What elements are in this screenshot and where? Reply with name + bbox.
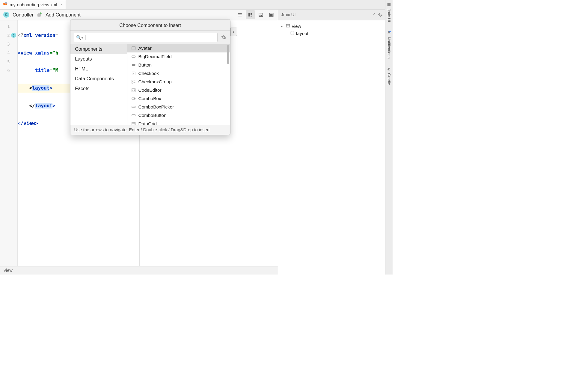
tab-bar: <> my-onboarding-view.xml × ⋮ bbox=[0, 0, 393, 10]
component-item[interactable]: Button bbox=[127, 61, 230, 69]
component-search-input[interactable]: 🔍▾ bbox=[74, 33, 218, 42]
code-token: xmlns bbox=[35, 50, 49, 56]
code-token: </ bbox=[18, 120, 23, 126]
code-editor-icon bbox=[131, 88, 136, 92]
category-item[interactable]: Layouts bbox=[70, 54, 127, 64]
category-item[interactable]: Components bbox=[70, 44, 127, 54]
close-icon[interactable]: × bbox=[61, 3, 63, 7]
window-icon bbox=[286, 24, 290, 29]
gutter-line: 3 bbox=[0, 40, 17, 48]
gradle-icon bbox=[387, 67, 391, 71]
gutter-line: 6 bbox=[0, 66, 17, 75]
code-token: view bbox=[21, 50, 35, 56]
view-mode-image-icon[interactable] bbox=[256, 10, 265, 19]
component-item[interactable]: Checkbox bbox=[127, 69, 230, 78]
rail-jmix-ui[interactable]: Jmix UI bbox=[387, 1, 391, 23]
tree-node-label: view bbox=[292, 24, 301, 29]
xml-file-icon: <> bbox=[3, 2, 7, 7]
gutter-line: 2C bbox=[0, 31, 17, 40]
gutter-line: 4 bbox=[0, 49, 17, 57]
file-tab[interactable]: <> my-onboarding-view.xml × bbox=[0, 0, 66, 10]
code-token: layout bbox=[32, 85, 49, 91]
code-token: > bbox=[52, 103, 55, 108]
svg-rect-10 bbox=[251, 16, 252, 16]
code-token: > bbox=[49, 85, 52, 91]
svg-point-12 bbox=[260, 14, 260, 15]
component-label: BigDecimalField bbox=[138, 54, 172, 59]
rail-label: Gradle bbox=[387, 73, 391, 85]
controller-marker-icon[interactable]: C bbox=[11, 33, 16, 38]
checkbox-group-icon bbox=[131, 79, 136, 84]
component-category-list[interactable]: Components Layouts HTML Data Components … bbox=[70, 44, 127, 125]
svg-rect-8 bbox=[251, 13, 252, 14]
component-item[interactable]: Avatar bbox=[127, 44, 230, 52]
rail-notifications[interactable]: Notifications bbox=[387, 29, 391, 60]
view-mode-list-icon[interactable] bbox=[235, 10, 244, 19]
svg-rect-19 bbox=[387, 3, 390, 6]
category-item[interactable]: HTML bbox=[70, 64, 127, 74]
combo-dropdown-button[interactable]: ▾ bbox=[230, 28, 237, 36]
rail-label: Jmix UI bbox=[387, 9, 391, 22]
button-icon bbox=[131, 63, 136, 67]
layout-icon bbox=[290, 31, 294, 36]
component-item[interactable]: DataGrid bbox=[127, 120, 230, 125]
popout-icon[interactable] bbox=[370, 12, 375, 17]
tree-node-label: layout bbox=[296, 31, 308, 36]
text-caret bbox=[85, 35, 85, 40]
combobox-picker-icon bbox=[131, 105, 136, 109]
svg-rect-2 bbox=[5, 2, 7, 4]
code-token: xml version bbox=[23, 32, 55, 38]
component-item[interactable]: BigDecimalField bbox=[127, 52, 230, 61]
code-token: title bbox=[35, 67, 49, 73]
component-item[interactable]: ComboButton bbox=[127, 111, 230, 120]
category-item[interactable]: Facets bbox=[70, 84, 127, 94]
code-token: < bbox=[18, 85, 32, 91]
code-token bbox=[18, 67, 35, 73]
component-label: CodeEditor bbox=[138, 88, 162, 93]
gear-icon[interactable] bbox=[378, 12, 383, 17]
component-item[interactable]: ComboBox bbox=[127, 94, 230, 103]
tree-node-view[interactable]: ▾ view bbox=[281, 23, 390, 30]
structure-header: Jmix UI bbox=[278, 10, 393, 20]
structure-tree[interactable]: ▾ view layout bbox=[278, 20, 393, 275]
component-label: ComboButton bbox=[138, 113, 167, 118]
code-token: = bbox=[49, 50, 52, 56]
right-tool-rail: Jmix UI Notifications Gradle bbox=[385, 0, 393, 275]
breadcrumb[interactable]: view bbox=[4, 268, 13, 273]
component-label: Checkbox bbox=[138, 71, 159, 76]
add-component-icon bbox=[37, 12, 42, 17]
component-label: CheckboxGroup bbox=[138, 79, 172, 85]
component-item[interactable]: CodeEditor bbox=[127, 86, 230, 94]
code-token: "M bbox=[52, 67, 58, 73]
svg-point-20 bbox=[389, 31, 391, 32]
component-item[interactable]: ComboBoxPicker bbox=[127, 103, 230, 111]
popup-hint: Use the arrows to navigate. Enter / Doub… bbox=[70, 125, 230, 135]
svg-rect-24 bbox=[132, 72, 135, 75]
rail-gradle[interactable]: Gradle bbox=[387, 66, 391, 86]
component-list[interactable]: Avatar BigDecimalField Button Checkbox C… bbox=[127, 44, 230, 125]
scrollbar[interactable] bbox=[227, 45, 229, 64]
svg-rect-21 bbox=[132, 46, 135, 50]
controller-link[interactable]: Controller bbox=[13, 12, 34, 18]
category-item[interactable]: Data Components bbox=[70, 74, 127, 84]
view-mode-split-icon[interactable] bbox=[246, 10, 254, 19]
chevron-down-icon[interactable]: ▾ bbox=[281, 25, 284, 28]
add-component-link[interactable]: Add Component bbox=[46, 12, 80, 18]
gutter-line: 5 bbox=[0, 57, 17, 66]
gear-icon[interactable] bbox=[220, 34, 227, 40]
jmix-icon bbox=[387, 2, 391, 7]
tree-node-layout[interactable]: layout bbox=[281, 30, 390, 37]
combo-button-icon bbox=[131, 113, 136, 117]
code-token: <? bbox=[18, 32, 23, 38]
code-token: "h bbox=[52, 50, 58, 56]
svg-rect-26 bbox=[132, 82, 133, 83]
bell-icon bbox=[387, 31, 391, 35]
code-token: view bbox=[23, 120, 35, 126]
component-item[interactable]: CheckboxGroup bbox=[127, 78, 230, 86]
datagrid-icon bbox=[131, 121, 136, 125]
svg-rect-9 bbox=[251, 14, 252, 15]
view-mode-preview-icon[interactable] bbox=[267, 10, 275, 19]
component-label: Avatar bbox=[138, 46, 152, 51]
svg-rect-6 bbox=[40, 13, 42, 13]
svg-rect-25 bbox=[132, 80, 133, 82]
